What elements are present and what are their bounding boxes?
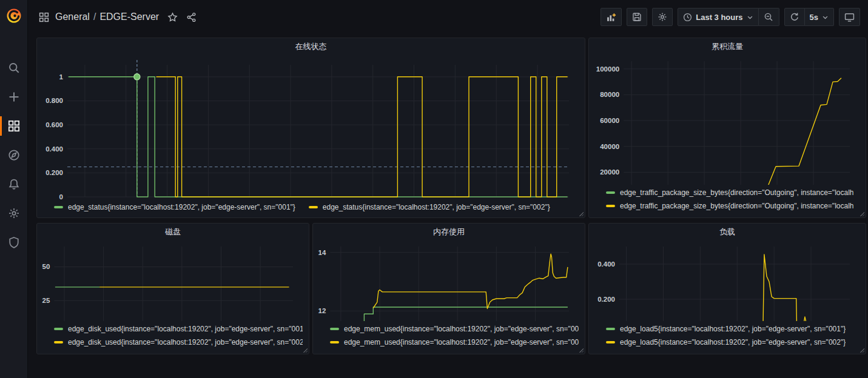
time-range-label: Last 3 hours [696,13,742,22]
zoom-out-button[interactable] [759,8,779,26]
breadcrumb-dashboard[interactable]: EDGE-Server [99,12,159,22]
svg-text:15:00: 15:00 [323,201,340,202]
panel-resize-handle[interactable] [303,348,308,353]
breadcrumb[interactable]: General/EDGE-Server [55,12,159,22]
legend-series-color [330,341,339,343]
series-yellow-line [373,254,568,308]
y-axis-labels: 00.2000.4000.6000.8001 [45,73,63,201]
legend-series-color [330,328,339,330]
legend-item[interactable]: edge_status{instance="localhost:19202", … [54,203,295,211]
panel-legend: edge_load5{instance="localhost:19202", j… [589,321,866,354]
panel-title[interactable]: 磁盘 [37,224,309,240]
svg-text:25: 25 [42,297,50,304]
svg-text:0.200: 0.200 [45,169,63,176]
svg-text:50: 50 [42,263,50,270]
legend-series-name: edge_traffic_package_size_bytes{directio… [620,202,853,210]
y-axis-labels: 020000400006000080000100000 [596,65,619,185]
panel-resize-handle[interactable] [579,348,584,353]
gear-icon [8,207,20,219]
y-axis-labels: 02550 [42,263,50,321]
panel-title[interactable]: 内存使用 [313,224,585,240]
panel-legend: edge_traffic_package_size_bytes{directio… [589,185,866,217]
annotation-marker[interactable] [134,74,140,80]
legend-item[interactable]: edge_traffic_package_size_bytes{directio… [606,186,860,199]
legend-series-name: edge_disk_used{instance="localhost:19202… [68,338,303,346]
sidebar-item-server-admin[interactable] [0,228,27,257]
legend-series-color [606,328,615,330]
disk-plot[interactable]: 13:3014:0014:3015:0015:3016:0002550 [37,240,309,321]
svg-text:12: 12 [318,307,326,314]
legend-item[interactable]: edge_load5{instance="localhost:19202", j… [606,322,860,336]
refresh-button[interactable] [784,8,805,26]
svg-text:0: 0 [59,193,63,201]
legend-item[interactable]: edge_mem_used{instance="localhost:19202"… [330,322,579,336]
online-status-plot[interactable]: 13:3013:4514:0014:1514:3014:4515:0015:15… [37,55,585,202]
sidebar-item-create[interactable] [0,82,27,111]
load-plot[interactable]: 13:3014:0014:3015:0015:3016:0000.2000.40… [589,240,866,321]
save-dashboard-button[interactable] [627,8,647,26]
zoom-out-icon [764,12,773,22]
legend-series-name: edge_traffic_package_size_bytes{directio… [620,188,853,197]
svg-text:80000: 80000 [600,91,619,98]
star-dashboard-button[interactable] [167,12,178,22]
panel-resize-handle[interactable] [860,211,864,216]
refresh-icon [790,12,799,22]
legend-item[interactable]: edge_load5{instance="localhost:19202", j… [606,336,860,349]
sidebar-item-dashboards[interactable] [0,111,27,141]
legend-item[interactable]: edge_mem_used{instance="localhost:19202"… [330,336,579,349]
panel-title[interactable]: 负载 [589,224,866,240]
traffic-chart[interactable]: 13:3014:0014:3015:0015:3016:000200004000… [589,55,866,185]
svg-text:1: 1 [59,73,64,81]
legend-item[interactable]: edge_traffic_package_size_bytes{directio… [606,199,860,213]
svg-text:15:45: 15:45 [446,201,465,202]
legend-series-name: edge_disk_used{instance="localhost:19202… [68,325,303,333]
cycle-view-mode-button[interactable] [839,8,860,26]
time-picker-button[interactable]: Last 3 hours [678,8,758,26]
disk-chart[interactable]: 13:3014:0014:3015:0015:3016:0002550 [37,240,309,321]
legend-item[interactable]: edge_status{instance="localhost:19202", … [309,203,550,211]
refresh-interval-dropdown[interactable]: 5s [805,8,834,26]
shield-icon [8,236,20,248]
sidebar-item-search[interactable] [0,53,27,82]
online-status-chart[interactable]: 13:3013:4514:0014:1514:3014:4515:0015:15… [37,55,585,202]
panel-online-status: 在线状态 13:3013:4514:0014:1514:3014:4515:00… [36,38,585,218]
grid-lines [619,247,850,321]
panel-title[interactable]: 累积流量 [589,38,866,55]
svg-text:0.800: 0.800 [45,97,63,104]
svg-text:60000: 60000 [600,117,619,124]
memory-chart[interactable]: 13:3014:0014:3015:0015:3016:001214 [313,240,585,321]
panel-title[interactable]: 在线状态 [37,38,585,55]
memory-plot[interactable]: 13:3014:0014:3015:0015:3016:001214 [313,240,585,321]
svg-text:0.600: 0.600 [45,121,63,128]
legend-series-name: edge_mem_used{instance="localhost:19202"… [344,338,579,346]
svg-text:16:00: 16:00 [487,201,505,202]
legend-series-color [54,341,63,343]
legend-series-color [309,206,318,208]
chevron-down-icon [822,14,829,21]
panel-memory: 内存使用 13:3014:0014:3015:0015:3016:001214 … [312,223,585,354]
load-chart[interactable]: 13:3014:0014:3015:0015:3016:0000.2000.40… [589,240,866,321]
add-panel-button[interactable] [601,8,622,26]
grafana-logo[interactable] [0,0,28,31]
traffic-plot[interactable]: 13:3014:0014:3015:0015:3016:000200004000… [589,55,866,185]
sidebar-item-configuration[interactable] [0,199,27,228]
panel-legend: edge_status{instance="localhost:19202", … [37,202,585,217]
series-yellow-line [156,77,568,197]
dashboard-settings-button[interactable] [652,8,673,26]
panel-resize-handle[interactable] [579,211,584,216]
svg-text:13:45: 13:45 [117,201,135,202]
legend-series-name: edge_status{instance="localhost:19202", … [68,203,295,211]
legend-item[interactable]: edge_disk_used{instance="localhost:19202… [54,336,303,349]
dashboard-toolbar: Last 3 hours 5s [601,8,860,26]
share-dashboard-button[interactable] [186,12,197,22]
breadcrumb-folder[interactable]: General [55,12,90,22]
sidebar-item-alerting[interactable] [0,170,27,199]
sidebar [0,0,28,378]
legend-item[interactable]: edge_disk_used{instance="localhost:19202… [54,322,303,336]
gear-icon [658,12,667,22]
panel-resize-handle[interactable] [860,348,864,353]
sidebar-item-explore[interactable] [0,141,27,170]
svg-text:0.400: 0.400 [45,145,63,153]
series-green-line [69,77,568,197]
panel-disk: 磁盘 13:3014:0014:3015:0015:3016:0002550 e… [36,223,309,354]
